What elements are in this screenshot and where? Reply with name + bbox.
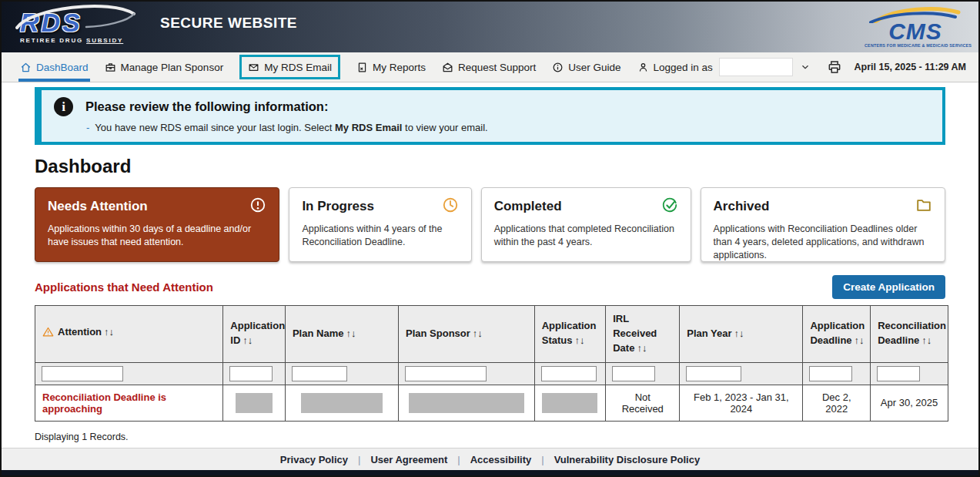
report-document-icon <box>356 62 368 73</box>
card-in-progress[interactable]: In Progress Applications within 4 years … <box>289 187 471 262</box>
nav-label-my-reports: My Reports <box>373 62 426 73</box>
records-count: Displaying 1 Records. <box>35 432 978 442</box>
footer-separator: | <box>541 454 544 465</box>
logged-in-user-select[interactable] <box>719 58 793 76</box>
redacted-application-status <box>542 393 597 413</box>
nav-label-logged-in-as: Logged in as <box>654 62 713 73</box>
printer-icon[interactable] <box>827 59 842 75</box>
col-header-application-id[interactable]: Application ID↑↓ <box>223 306 286 363</box>
sort-icon: ↑↓ <box>921 334 932 346</box>
col-label-plan-name: Plan Name <box>293 328 343 339</box>
redacted-application-id <box>236 393 273 413</box>
chevron-down-icon[interactable] <box>801 62 810 72</box>
info-banner-message: -You have new RDS email since your last … <box>86 122 930 133</box>
filter-plan-name-input[interactable] <box>292 366 347 381</box>
footer-link-user-agreement[interactable]: User Agreement <box>370 454 447 465</box>
nav-item-user-guide[interactable]: User Guide <box>552 52 620 82</box>
filter-application-deadline-input[interactable] <box>809 366 852 381</box>
redacted-plan-name <box>301 393 383 413</box>
col-header-attention[interactable]: Attention↑↓ <box>35 306 223 363</box>
col-header-application-status[interactable]: Application Status↑↓ <box>534 306 606 363</box>
user-icon <box>637 62 649 73</box>
col-label-reconciliation-deadline: Reconciliation Deadline <box>878 320 946 346</box>
sort-icon: ↑↓ <box>242 334 253 346</box>
info-banner: i Please review the following informatio… <box>35 87 945 145</box>
nav-label-user-guide: User Guide <box>568 62 620 73</box>
envelope-icon <box>248 62 259 73</box>
filter-attention-input[interactable] <box>42 366 123 381</box>
current-datetime: April 15, 2025 - 11:29 AM <box>855 62 966 72</box>
filter-application-id-input[interactable] <box>229 366 273 381</box>
filter-irl-received-date-input[interactable] <box>612 366 655 381</box>
section-title: Applications that Need Attention <box>35 280 213 294</box>
card-completed-title: Completed <box>494 199 562 214</box>
card-archived[interactable]: Archived Applications with Reconciliatio… <box>701 187 945 262</box>
create-application-button[interactable]: Create Application <box>832 275 945 299</box>
footer-link-vulnerability-disclosure[interactable]: Vulnerability Disclosure Policy <box>554 454 701 465</box>
nav-label-request-support: Request Support <box>458 62 536 73</box>
nav-right-group: April 15, 2025 - 11:29 AM <box>827 59 966 75</box>
rds-logo: RDS RETIREE DRUG SUBSIDY <box>20 10 135 44</box>
col-label-irl-received-date: IRL Received Date <box>613 313 657 354</box>
briefcase-icon <box>105 62 116 73</box>
filter-reconciliation-deadline-input[interactable] <box>877 366 920 381</box>
section-header-row: Applications that Need Attention Create … <box>35 275 945 299</box>
cell-attention-message[interactable]: Reconciliation Deadline is approaching <box>35 385 223 421</box>
card-in-progress-desc: Applications within 4 years of the Recon… <box>302 223 458 249</box>
cms-tagline: CENTERS FOR MEDICARE & MEDICAID SERVICES <box>865 43 966 48</box>
sort-icon: ↑↓ <box>637 342 647 354</box>
cell-application-id <box>223 385 286 421</box>
rds-subtitle-underline: SUBSIDY <box>86 37 123 44</box>
cms-acronym: CMS <box>865 22 966 42</box>
col-label-plan-sponsor: Plan Sponsor <box>406 328 470 339</box>
col-header-plan-name[interactable]: Plan Name↑↓ <box>285 306 398 363</box>
card-needs-attention-title: Needs Attention <box>48 199 148 214</box>
info-circle-icon <box>552 62 564 73</box>
nav-item-dashboard[interactable]: DashBoard <box>20 52 89 82</box>
col-header-irl-received-date[interactable]: IRL Received Date↑↓ <box>606 306 680 363</box>
col-header-application-deadline[interactable]: Application Deadline↑↓ <box>803 306 871 363</box>
sort-icon: ↑↓ <box>855 334 865 346</box>
cell-irl-received-date: Not Received <box>606 385 680 421</box>
card-completed[interactable]: Completed Applications that completed Re… <box>481 187 691 262</box>
footer-link-accessibility[interactable]: Accessibility <box>470 454 532 465</box>
nav-item-manage-plan-sponsor[interactable]: Manage Plan Sponsor <box>105 52 224 82</box>
cell-plan-sponsor <box>399 385 535 421</box>
card-archived-desc: Applications with Reconciliation Deadlin… <box>714 223 932 262</box>
info-badge-icon: i <box>54 97 73 116</box>
filter-plan-year-input[interactable] <box>686 366 741 381</box>
exclamation-circle-icon <box>249 197 266 217</box>
warning-triangle-icon <box>42 326 54 342</box>
table-row[interactable]: Reconciliation Deadline is approaching N… <box>35 385 948 421</box>
check-circle-icon <box>661 197 678 217</box>
info-banner-head: i Please review the following informatio… <box>54 97 930 116</box>
nav-item-my-rds-email[interactable]: My RDS Email <box>239 55 340 79</box>
card-needs-attention[interactable]: Needs Attention Applications within 30 d… <box>35 187 279 262</box>
nav-item-my-reports[interactable]: My Reports <box>356 52 426 82</box>
cell-application-status <box>534 385 606 421</box>
col-header-reconciliation-deadline[interactable]: Reconciliation Deadline↑↓ <box>871 306 948 363</box>
home-icon <box>20 62 32 73</box>
banner-message-suffix: to view your email. <box>402 122 487 133</box>
site-title: SECURE WEBSITE <box>160 15 297 32</box>
page-title: Dashboard <box>35 156 978 177</box>
filter-plan-sponsor-input[interactable] <box>405 366 487 381</box>
footer-link-privacy-policy[interactable]: Privacy Policy <box>280 454 348 465</box>
col-header-plan-year[interactable]: Plan Year↑↓ <box>680 306 803 363</box>
filter-application-status-input[interactable] <box>541 366 597 381</box>
sort-icon: ↑↓ <box>574 334 584 346</box>
nav-item-request-support[interactable]: Request Support <box>442 52 536 82</box>
card-archived-title: Archived <box>714 199 770 214</box>
col-header-plan-sponsor[interactable]: Plan Sponsor↑↓ <box>399 306 535 363</box>
footer-separator: | <box>457 454 460 465</box>
card-needs-attention-desc: Applications within 30 days of a deadlin… <box>48 223 266 249</box>
rds-subtitle: RETIREE DRUG SUBSIDY <box>20 37 135 44</box>
bullet-dash: - <box>86 122 89 133</box>
cell-plan-name <box>285 385 398 421</box>
nav-label-my-rds-email: My RDS Email <box>264 62 332 73</box>
col-label-plan-year: Plan Year <box>687 328 731 339</box>
footer-separator: | <box>358 454 360 465</box>
main-nav: DashBoard Manage Plan Sponsor My RDS Ema… <box>2 52 978 82</box>
bottom-bar <box>2 470 978 475</box>
nav-item-logged-in-as[interactable]: Logged in as <box>637 52 810 82</box>
